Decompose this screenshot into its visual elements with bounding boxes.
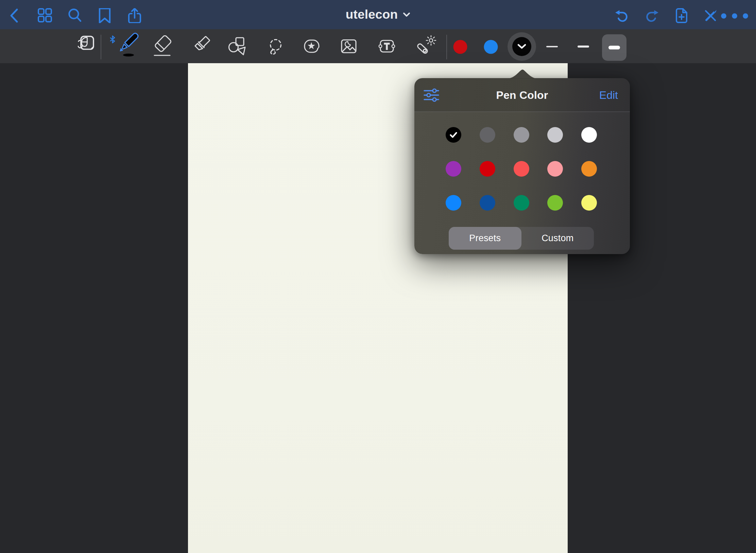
- more-icon: [720, 8, 749, 23]
- elements-tool-icon: [301, 35, 323, 57]
- laser-pointer-button[interactable]: [413, 34, 437, 58]
- pen-color-popover: Pen Color Edit Presets Custom: [414, 78, 630, 254]
- chevron-down-icon: [517, 44, 526, 49]
- toolbar-separator-left: [101, 35, 101, 59]
- color-swatch-008c60[interactable]: [514, 195, 529, 211]
- tools-toolbar: [0, 29, 756, 63]
- shapes-tool-icon: [226, 35, 247, 57]
- navigation-bar: utelecon: [0, 0, 756, 29]
- redo-button[interactable]: [644, 8, 659, 23]
- color-swatch-f5f56f[interactable]: [581, 195, 597, 211]
- undo-icon: [615, 8, 630, 23]
- pen-color-swatch-blue[interactable]: [484, 40, 498, 54]
- stroke-width-thick-selected[interactable]: [602, 34, 626, 61]
- checkmark-icon: [449, 131, 458, 138]
- goodnotes-app: utelecon: [0, 0, 756, 553]
- text-tool-button[interactable]: [376, 35, 398, 57]
- elements-tool-button[interactable]: [301, 35, 323, 57]
- stroke-width-thick-bar: [608, 46, 620, 50]
- color-swatch-636366[interactable]: [480, 127, 495, 143]
- text-tool-icon: [376, 35, 398, 57]
- add-page-button[interactable]: [674, 8, 689, 23]
- color-swatch-f95252[interactable]: [514, 161, 529, 177]
- color-swatch-7ac22f[interactable]: [547, 195, 563, 211]
- popover-title: Pen Color: [414, 78, 630, 112]
- color-swatch-c9c9ce[interactable]: [547, 127, 563, 143]
- color-swatch-000000[interactable]: [446, 127, 461, 143]
- undo-button[interactable]: [615, 8, 630, 23]
- stroke-width-medium[interactable]: [578, 46, 589, 48]
- highlighter-tool-button[interactable]: [189, 35, 211, 57]
- color-swatch-fa9ba0[interactable]: [547, 161, 563, 177]
- highlighter-tool-icon: [189, 35, 211, 57]
- toolbar-separator-right: [446, 35, 447, 59]
- color-swatch-d40009[interactable]: [480, 161, 495, 177]
- shapes-tool-button[interactable]: [226, 35, 247, 57]
- pen-color-swatch-red[interactable]: [453, 40, 467, 54]
- chevron-down-icon: [403, 12, 410, 17]
- color-swatch-0f86ff[interactable]: [446, 195, 461, 211]
- pen-color-swatch-black-selected[interactable]: [508, 32, 536, 61]
- color-swatch-98989d[interactable]: [514, 127, 529, 143]
- color-swatch-9a30b5[interactable]: [446, 161, 461, 177]
- image-tool-icon: [338, 35, 360, 57]
- tab-presets[interactable]: Presets: [449, 227, 521, 250]
- lasso-tool-icon: [264, 35, 286, 57]
- laser-pointer-icon: [413, 34, 437, 58]
- tab-custom[interactable]: Custom: [521, 227, 594, 250]
- add-page-icon: [674, 8, 689, 23]
- pen-tool-icon: [109, 31, 141, 61]
- page-template-button[interactable]: [77, 33, 96, 52]
- document-title: utelecon: [346, 7, 398, 22]
- document-title-button[interactable]: utelecon: [0, 0, 756, 29]
- pen-tool-button[interactable]: [109, 31, 141, 61]
- stop-editing-icon: [703, 8, 718, 23]
- lasso-tool-button[interactable]: [264, 35, 286, 57]
- color-swatch-0c4f9f[interactable]: [480, 195, 495, 211]
- color-swatch-ffffff[interactable]: [581, 127, 597, 143]
- canvas-area: [0, 63, 756, 553]
- image-tool-button[interactable]: [338, 35, 360, 57]
- stop-editing-button[interactable]: [703, 8, 718, 23]
- stroke-width-thin[interactable]: [546, 46, 558, 47]
- more-button[interactable]: [720, 8, 749, 23]
- color-swatch-f08e24[interactable]: [581, 161, 597, 177]
- redo-icon: [644, 8, 659, 23]
- page-template-icon: [77, 33, 96, 52]
- eraser-tool-button[interactable]: [151, 35, 173, 57]
- presets-custom-segmented-control: Presets Custom: [449, 227, 594, 250]
- popover-arrow: [508, 69, 537, 78]
- edit-button[interactable]: Edit: [599, 78, 618, 112]
- eraser-tool-icon: [151, 35, 173, 57]
